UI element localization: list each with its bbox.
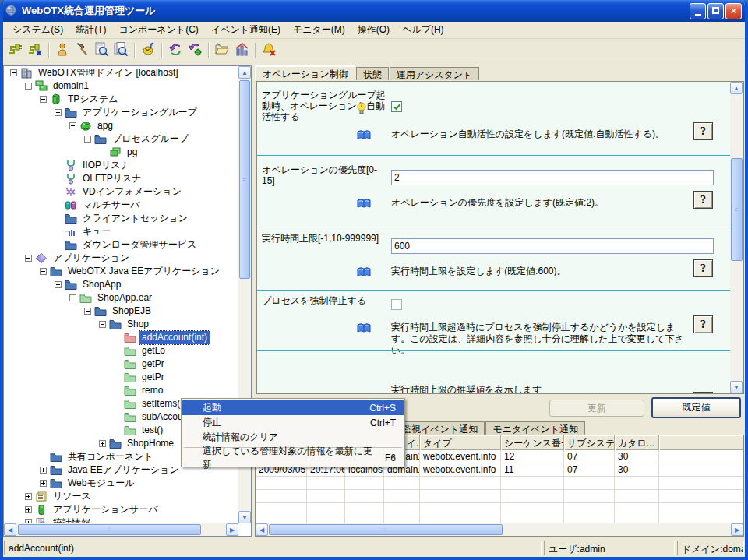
help-button[interactable]: ? — [693, 315, 713, 333]
tree-item[interactable]: 統計情報 — [4, 516, 238, 523]
toolbar-open-folder-button[interactable] — [213, 41, 232, 60]
tree-expander-minus[interactable] — [10, 69, 17, 76]
checkbox-checked[interactable] — [391, 101, 402, 112]
tree-item[interactable]: apg — [4, 119, 238, 132]
context-menu-item[interactable]: 停止Ctrl+T — [182, 415, 404, 430]
tree-expander-plus[interactable] — [40, 467, 47, 474]
context-menu-item-label: 選択している管理対象の情報を最新に更新 — [203, 445, 374, 471]
tree-item[interactable]: マルチサーバ — [4, 199, 238, 212]
minimize-button[interactable] — [690, 3, 706, 19]
tree-expander-minus[interactable] — [25, 255, 32, 262]
tree-item[interactable]: IIOPリスナ — [4, 159, 238, 172]
tree-item[interactable]: addAccount(int) — [4, 331, 238, 344]
menu-item-2[interactable]: コンポーネント(C) — [112, 21, 204, 39]
detail-tab-0[interactable]: オペレーション制御 — [255, 65, 355, 80]
tree-expander-minus[interactable] — [25, 83, 32, 90]
tree-expander-plus[interactable] — [99, 440, 106, 447]
column-header[interactable]: サブシステ... — [564, 435, 615, 450]
toolbar-find-button[interactable] — [92, 41, 111, 60]
menu-item-3[interactable]: イベント通知(E) — [205, 21, 287, 39]
toolbar-chart-button[interactable] — [232, 41, 252, 60]
detail-tab-2[interactable]: 運用アシスタント — [390, 67, 480, 80]
toolbar-bee-button[interactable] — [139, 41, 158, 60]
book-icon — [357, 197, 371, 210]
column-header[interactable]: タイプ — [420, 435, 501, 450]
tree-item[interactable]: OLFTPリスナ — [4, 172, 238, 185]
tree-item[interactable]: TPシステム — [4, 93, 238, 106]
tree-expander-minus[interactable] — [40, 96, 47, 103]
tree-item[interactable]: アプリケーション — [4, 252, 238, 265]
tree-item[interactable]: getPr — [4, 357, 238, 371]
tree-item[interactable]: domain1 — [4, 79, 238, 93]
tree-expander-minus[interactable] — [84, 136, 91, 143]
tree-item[interactable]: VDインフォメーション — [4, 185, 238, 199]
tree-item[interactable]: remo — [4, 384, 238, 397]
toolbar-user-button[interactable] — [53, 41, 72, 60]
tree-expander-minus[interactable] — [55, 281, 62, 288]
context-menu-item[interactable]: 起動Ctrl+S — [182, 400, 404, 415]
tree-expander-minus[interactable] — [40, 268, 47, 275]
tree-item[interactable]: pg — [4, 146, 238, 159]
tree-expander-minus[interactable] — [69, 122, 76, 129]
tree-item[interactable]: getLo — [4, 344, 238, 357]
tree-item[interactable]: ShopEJB — [4, 305, 238, 318]
tree-item[interactable]: Shop — [4, 318, 238, 331]
tree-expander-plus[interactable] — [25, 506, 32, 513]
checkbox-unchecked[interactable] — [391, 299, 402, 310]
toolbar-rollback-button[interactable] — [166, 41, 185, 60]
help-button[interactable]: ? — [693, 122, 713, 140]
menu-item-1[interactable]: 統計(T) — [69, 21, 112, 39]
toolbar-disconnect-button[interactable] — [26, 41, 45, 60]
default-value-button[interactable]: 既定値 — [651, 397, 741, 418]
menu-item-5[interactable]: 操作(O) — [351, 21, 396, 39]
form-text-input[interactable] — [391, 170, 714, 185]
form-vertical-scrollbar[interactable]: ▲ ▼ ≡ — [730, 82, 743, 393]
maximize-button[interactable] — [707, 3, 724, 19]
toolbar-connect-button[interactable] — [6, 41, 26, 60]
help-button[interactable]: ? — [693, 259, 713, 277]
tree-expander-minus[interactable] — [99, 321, 106, 328]
tree-expander-minus[interactable] — [69, 294, 76, 301]
tree-item[interactable]: キュー — [4, 225, 238, 238]
column-header[interactable]: シーケンス番号 — [501, 435, 564, 450]
tree-item[interactable]: クライアントセッション — [4, 212, 238, 225]
tree-item[interactable]: アプリケーショングループ — [4, 106, 238, 119]
event-horizontal-scrollbar[interactable]: ◀ ▶ ⫶ — [256, 523, 743, 536]
tree-horizontal-scrollbar[interactable]: ◀ ▶ ⫶ — [4, 523, 238, 536]
tree-item[interactable]: プロセスグループ — [4, 132, 238, 146]
toolbar-find-multiple-button[interactable] — [111, 41, 131, 60]
tree-item[interactable]: WebOTX Java EEアプリケーション — [4, 265, 238, 278]
tree-item[interactable]: ダウンローダ管理サービス — [4, 238, 238, 252]
context-menu-item[interactable]: 統計情報のクリア — [182, 430, 404, 445]
tree-item[interactable]: ShopApp.ear — [4, 291, 238, 305]
menu-item-0[interactable]: システム(S) — [6, 21, 69, 39]
tree-expander-plus[interactable] — [40, 480, 47, 487]
event-tab-2[interactable]: モニタイベント通知 — [485, 421, 585, 435]
tree-expander-minus[interactable] — [55, 109, 62, 116]
tree-item[interactable]: getPr — [4, 371, 238, 384]
help-button[interactable]: ? — [693, 392, 713, 393]
tree-item-label: getLo — [139, 344, 168, 357]
table-cell — [501, 477, 564, 489]
tree-item[interactable]: リソース — [4, 490, 238, 503]
tree-item[interactable]: Webモジュール — [4, 477, 238, 490]
context-menu-item[interactable]: 選択している管理対象の情報を最新に更新F6 — [182, 450, 404, 465]
toolbar-refresh-button[interactable] — [185, 41, 205, 60]
table-cell — [384, 477, 420, 489]
menu-item-6[interactable]: ヘルプ(H) — [396, 21, 450, 39]
form-text-input[interactable] — [391, 238, 714, 254]
toolbar-alert-clear-button[interactable] — [259, 41, 279, 60]
update-button[interactable]: 更新 — [549, 400, 644, 417]
tree-item[interactable]: アプリケーションサーバ — [4, 503, 238, 516]
tree-expander-plus[interactable] — [25, 493, 32, 500]
help-button[interactable]: ? — [693, 191, 713, 209]
toolbar-build-button[interactable] — [72, 41, 92, 60]
menu-item-4[interactable]: モニター(M) — [287, 21, 351, 39]
detail-tab-1[interactable]: 状態 — [356, 67, 389, 80]
toolbar-separator — [134, 43, 136, 58]
column-header[interactable]: カタロ... — [615, 435, 659, 450]
tree-item[interactable]: ShopApp — [4, 278, 238, 291]
tree-item[interactable]: WebOTX管理ドメイン [localhost] — [4, 66, 238, 79]
tree-expander-minus[interactable] — [84, 308, 91, 315]
close-button[interactable]: ✕ — [725, 3, 742, 19]
